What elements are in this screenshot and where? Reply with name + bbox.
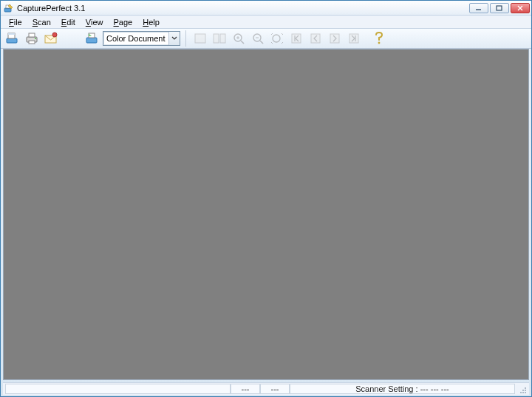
fit-to-window-button[interactable] (268, 30, 286, 47)
svg-point-30 (378, 42, 381, 44)
chevron-down-icon (168, 32, 180, 45)
zoom-in-button[interactable] (230, 30, 248, 47)
window-title: CapturePerfect 3.1 (17, 4, 469, 13)
menu-file[interactable]: File (4, 17, 27, 27)
svg-rect-28 (330, 34, 339, 43)
svg-point-36 (525, 392, 526, 393)
app-window: CapturePerfect 3.1 File Scan Edit View P… (0, 0, 532, 397)
svg-rect-26 (292, 34, 301, 43)
svg-point-12 (52, 33, 57, 37)
menu-edit[interactable]: Edit (56, 17, 81, 27)
menu-page[interactable]: Page (108, 17, 137, 27)
status-cell-b: --- (260, 384, 290, 394)
scan-to-file-button[interactable] (4, 30, 21, 47)
svg-rect-27 (311, 34, 320, 43)
svg-rect-13 (86, 38, 97, 43)
svg-point-35 (522, 392, 524, 393)
svg-line-23 (260, 41, 263, 44)
titlebar: CapturePerfect 3.1 (1, 1, 531, 16)
single-page-view-button[interactable] (191, 30, 209, 47)
scan-to-mail-button[interactable] (42, 30, 60, 47)
svg-point-10 (35, 38, 36, 39)
svg-point-33 (525, 390, 526, 391)
next-page-button[interactable] (326, 30, 344, 47)
statusbar: --- --- Scanner Setting : --- --- --- (3, 382, 529, 395)
svg-rect-15 (195, 34, 205, 43)
scanner-settings-button[interactable] (83, 30, 101, 47)
menubar: File Scan Edit View Page Help (1, 16, 531, 29)
svg-point-25 (273, 35, 280, 42)
svg-rect-17 (220, 34, 225, 43)
last-page-button[interactable] (345, 30, 363, 47)
svg-rect-0 (4, 8, 11, 12)
toolbar-separator (185, 30, 186, 47)
help-button[interactable] (370, 30, 388, 47)
menu-scan[interactable]: Scan (27, 17, 56, 27)
status-cell-a: --- (231, 384, 260, 394)
svg-rect-6 (8, 33, 15, 35)
maximize-button[interactable] (490, 3, 509, 13)
menu-help[interactable]: Help (137, 17, 165, 27)
split-view-button[interactable] (211, 30, 228, 47)
status-scanner-setting: Scanner Setting : --- --- --- (290, 384, 515, 394)
svg-rect-16 (214, 34, 219, 43)
svg-rect-8 (29, 33, 35, 37)
status-message (5, 384, 231, 394)
scan-mode-combo[interactable]: Color Document (103, 31, 180, 46)
svg-point-31 (525, 387, 526, 389)
close-button[interactable] (511, 3, 530, 13)
prev-page-button[interactable] (307, 30, 324, 47)
zoom-out-button[interactable] (249, 30, 267, 47)
svg-rect-9 (29, 41, 35, 44)
resize-grip-icon[interactable] (516, 384, 527, 394)
svg-rect-4 (7, 38, 17, 43)
workspace (3, 49, 529, 380)
app-icon (4, 3, 14, 13)
svg-point-32 (522, 390, 524, 391)
toolbar: Color Document (1, 29, 531, 49)
scan-to-print-button[interactable] (23, 30, 41, 47)
scan-mode-selected: Color Document (106, 34, 165, 43)
window-controls (469, 3, 530, 13)
svg-point-34 (520, 392, 522, 393)
svg-rect-3 (497, 6, 502, 10)
minimize-button[interactable] (469, 3, 488, 13)
menu-view[interactable]: View (81, 17, 109, 27)
svg-rect-29 (349, 34, 358, 43)
svg-line-19 (241, 41, 244, 44)
first-page-button[interactable] (287, 30, 305, 47)
